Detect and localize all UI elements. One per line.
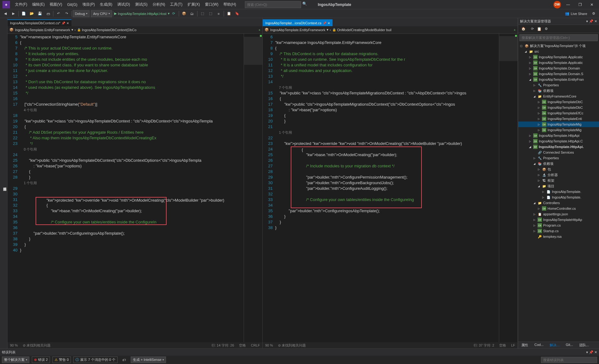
nav-project[interactable]: 📦 IngosAbpTemplate.EntityFramework ▾ [9,28,73,32]
close-icon[interactable]: ✕ [66,22,69,25]
open-icon[interactable]: 📂 [28,10,36,17]
undo-icon[interactable]: ↶ [55,10,62,17]
add-icon[interactable]: + [514,28,516,32]
tree-item[interactable]: ▷📚依赖项 [518,88,599,93]
tree-item[interactable]: ▷C#Program.cs [518,223,599,228]
indent-type[interactable]: 空格 [239,343,246,348]
tree-item[interactable]: ◢📁Controllers [518,200,599,206]
tree-item[interactable]: ▷C#IngosAbpTemplateEnti [518,116,599,122]
menu-item[interactable]: 测试(S) [133,1,150,8]
tree-item[interactable]: ▷C#IngosAbpTemplateEfCc [518,110,599,116]
menu-item[interactable]: 生成(B) [97,1,115,8]
tree-item[interactable]: ◢C#IngosAbpTemplate.HttpApi. [518,144,599,150]
left-sidebar[interactable]: 服务器资源管理器 工具箱 [0,18,7,348]
solution-search-input[interactable] [519,34,598,41]
menu-item[interactable]: Git(G) [65,1,80,8]
add-icon[interactable]: + [259,28,261,32]
tree-item[interactable]: ▷📄IngosAbpTemplate. [518,194,599,200]
code-minimap[interactable] [244,34,262,342]
code-editor[interactable]: "kw">namespace IngosAbpTemplate.EntityFr… [275,34,499,342]
menu-item[interactable]: 帮助(H) [221,1,239,8]
tool-icon[interactable]: 📋 [225,10,233,17]
tree-item[interactable]: ▷📦包 [518,166,599,172]
redo-icon[interactable]: ↷ [63,10,70,17]
tree-item[interactable]: ▷📋appsettings.json [518,211,599,217]
warnings-filter[interactable]: ⚠ 警告 0 [52,357,71,363]
global-search-input[interactable] [245,1,301,8]
property-tab[interactable]: Git... [563,342,576,348]
errors-filter[interactable]: ⊗ 错误 2 [32,357,50,363]
user-avatar[interactable]: DW [553,1,561,8]
filter-icon[interactable]: 🏷 [120,356,128,364]
tree-item[interactable]: ▷C#IngosAbpTemplate.HttpApi [518,133,599,138]
tree-item[interactable]: ◢C#IngosAbpTemplate.EntityFran [518,77,599,82]
menu-item[interactable]: 分析(N) [150,1,168,8]
tree-item[interactable]: ▷C#HomeController.cs [518,206,599,211]
nav-member[interactable]: 🔒 OnModelCreating(ModelBuilder buil [332,28,392,32]
editor-tab[interactable]: IngosAbpTemplateDbContext.cs* 📌 ✕ [7,19,71,26]
tree-item[interactable]: 🔗Connected Services [518,150,599,155]
zoom-level[interactable]: 90 % [265,343,273,347]
tool-icon[interactable]: ⚙ [543,25,550,33]
editor-tab[interactable]: IngosAbpTemplat...ionsDbContext.cs 📌 ✕ [263,19,333,26]
tool-icon[interactable]: ⬚ [199,10,206,17]
menu-item[interactable]: 视图(V) [47,1,65,8]
menu-item[interactable]: 调试(D) [115,1,133,8]
indent-type[interactable]: 空格 [499,343,506,348]
new-icon[interactable]: 📄 [20,10,27,17]
tree-item[interactable]: 🔑tempkey.rsa [518,234,599,239]
config-dropdown[interactable]: Debug [73,10,90,17]
nav-member[interactable]: 🔒 IngosAbpTemplateDbContext(DbCo [77,28,137,32]
info-filter[interactable]: ⓘ 展示 7 个消息中的 0 个 [73,357,117,363]
refresh-icon[interactable]: ⟳ [170,10,178,17]
tree-item[interactable]: ▷C#IngosAbpTemplate.Applicatic [518,60,599,65]
pin-icon[interactable]: 📌 [323,22,326,25]
tree-item[interactable]: ◢📚依赖项 [518,161,599,166]
code-minimap[interactable] [499,34,518,342]
tree-item[interactable]: ▷🔧Properties [518,82,599,88]
menu-item[interactable]: 项目(P) [80,1,97,8]
settings-icon[interactable]: ⚙ [590,10,597,17]
tree-item[interactable]: ▷C#IngosAbpTemplate.Applicatic [518,54,599,60]
pin-icon[interactable]: 📌 [61,22,65,25]
menu-item[interactable]: 编辑(E) [30,1,47,8]
line-ending[interactable]: CRLF [251,343,260,347]
tree-item[interactable]: ▷C#IngosAbpTemplate.Domain [518,65,599,71]
tree-item[interactable]: ▷🔧Properties [518,155,599,161]
build-filter-dropdown[interactable]: 生成 + IntelliSense [131,357,166,363]
tree-item[interactable]: ◢📁src [518,49,599,54]
save-icon[interactable]: 💾 [36,10,44,17]
close-icon[interactable]: ✕ [328,22,330,25]
scope-dropdown[interactable]: 整个解决方案 [2,357,29,363]
menu-item[interactable]: 扩展(X) [185,1,202,8]
code-editor[interactable]: "kw">namespace IngosAbpTemplate.EntityFr… [20,34,244,342]
close-button[interactable]: ✕ [587,1,597,8]
tool-icon[interactable]: 🔖 [233,10,241,17]
platform-dropdown[interactable]: Any CPU [91,10,112,17]
tree-item[interactable]: ◢📁EntityFrameworkCore [518,93,599,99]
tree-item[interactable]: ▷C#Startup.cs [518,228,599,234]
menu-item[interactable]: 窗口(W) [202,1,221,8]
tree-item[interactable]: ▷C#IngosAbpTemplateDbC [518,105,599,110]
zoom-level[interactable]: 90 % [10,343,18,347]
property-tab[interactable]: 属性 [518,342,531,348]
line-ending[interactable]: LF [511,343,515,347]
menu-item[interactable]: 文件(F) [12,1,30,8]
tree-item[interactable]: ▷C#IngosAbpTemplateMig [518,122,599,127]
tool-icon[interactable]: 📦 [180,10,188,17]
tool-icon[interactable]: ⬚ [207,10,214,17]
tree-item[interactable]: ▷C#IngosAbpTemplateMig [518,127,599,133]
nav-project[interactable]: 📦 IngosAbpTemplate.EntityFramework ▾ [265,28,329,32]
property-tab[interactable]: 团队... [576,342,592,348]
tree-item[interactable]: ◢📁项目 [518,183,599,189]
minimize-button[interactable]: — [563,1,573,8]
error-search-input[interactable] [541,357,597,363]
tool-icon[interactable]: 🗂 [188,10,196,17]
save-all-icon[interactable]: 🗃 [44,10,52,17]
run-button[interactable]: ▶ IngosAbpTemplate.HttpApi.Host ▾ [114,12,170,16]
property-tab[interactable]: Cod... [531,342,547,348]
back-icon[interactable]: ◀ [2,10,9,17]
maximize-button[interactable]: ❐ [575,1,585,8]
property-tab[interactable]: 解决... [547,342,562,348]
tree-item[interactable]: ▷C#IngosAbpTemplateDbC [518,99,599,105]
